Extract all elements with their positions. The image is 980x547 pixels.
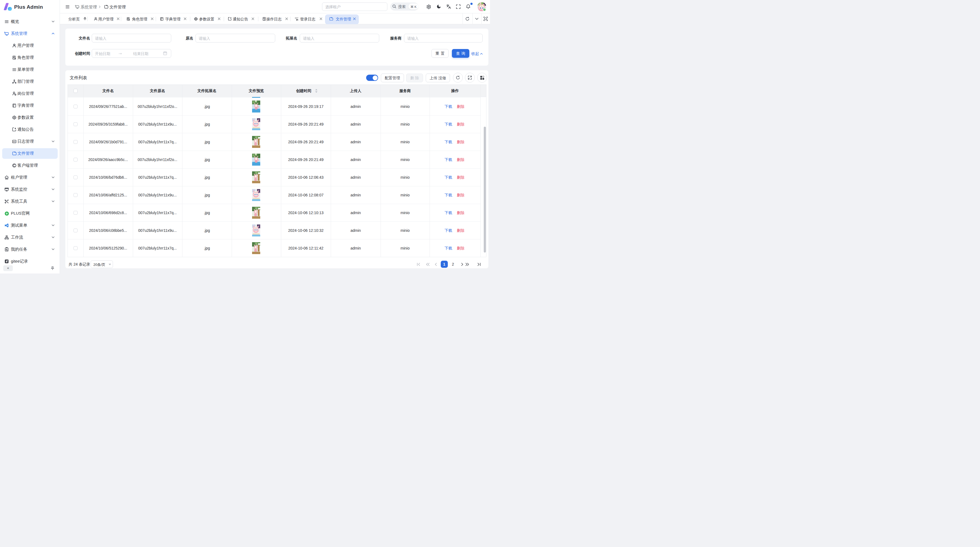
svg-text:DEV: DEV <box>13 141 16 142</box>
